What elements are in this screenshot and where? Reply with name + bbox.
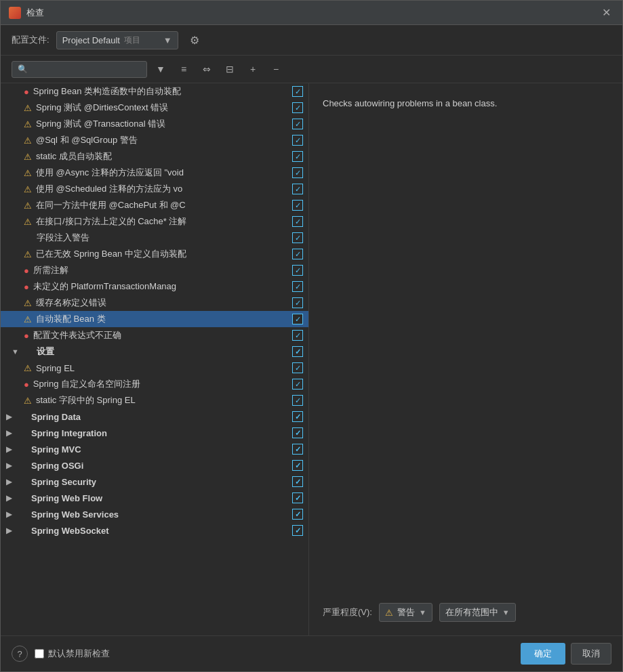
item-checkbox[interactable] <box>292 119 303 129</box>
chevron-right-icon: ▶ <box>6 461 14 470</box>
default-checkbox-area: 默认禁用新检查 <box>35 648 110 660</box>
bottom-buttons: 确定 取消 <box>521 643 611 665</box>
item-checkbox[interactable] <box>292 135 303 146</box>
chevron-right-icon: ▶ <box>6 429 14 438</box>
item-checkbox[interactable] <box>292 395 303 406</box>
search-box[interactable]: 🔍 <box>12 61 147 78</box>
item-checkbox[interactable] <box>292 232 303 243</box>
profile-select-text: Project Default <box>62 35 120 45</box>
profile-toolbar: 配置文件: Project Default 项目 ▼ ⚙ <box>1 25 622 56</box>
category-item[interactable]: ▶Spring WebSocket <box>1 522 308 539</box>
item-checkbox[interactable] <box>292 216 303 227</box>
item-checkbox[interactable] <box>292 525 303 536</box>
close-button[interactable]: ✕ <box>598 5 614 21</box>
list-item[interactable]: ⚠已在无效 Spring Bean 中定义自动装配 <box>1 246 308 262</box>
item-checkbox[interactable] <box>292 184 303 194</box>
list-item[interactable]: ●未定义的 PlatformTransactionManag <box>1 278 308 295</box>
chevron-down-icon: ▼ <box>12 348 20 356</box>
category-item[interactable]: ▶Spring Web Services <box>1 506 308 522</box>
list-item[interactable]: ⚠Spring 测试 @DirtiesContext 错误 <box>1 100 308 116</box>
list-item[interactable]: ●配置文件表达式不正确 <box>1 327 308 343</box>
title-bar: 检查 ✕ <box>1 1 622 25</box>
item-checkbox[interactable] <box>292 379 303 390</box>
category-item[interactable]: ▶Spring MVC <box>1 441 308 457</box>
list-item[interactable]: ⚠Spring 测试 @Transactional 错误 <box>1 116 308 132</box>
scope-dropdown[interactable]: 在所有范围中 ▼ <box>439 603 516 622</box>
profile-select[interactable]: Project Default 项目 ▼ <box>56 31 178 49</box>
warning-icon: ⚠ <box>24 119 32 129</box>
item-checkbox[interactable] <box>292 411 303 422</box>
cancel-button[interactable]: 取消 <box>571 643 611 665</box>
item-checkbox[interactable] <box>292 330 303 341</box>
item-checkbox[interactable] <box>292 346 303 357</box>
list-item[interactable]: ⚠在同一方法中使用 @CachePut 和 @C <box>1 197 308 213</box>
error-icon: ● <box>24 282 29 292</box>
warning-icon: ⚠ <box>24 135 32 146</box>
list-item[interactable]: ⚠在接口/接口方法上定义的 Cache* 注解 <box>1 213 308 230</box>
item-label: Spring MVC <box>31 444 288 455</box>
list-item[interactable]: ●Spring 自定义命名空间注册 <box>1 376 308 392</box>
item-label: 设置 <box>37 345 288 358</box>
item-checkbox[interactable] <box>292 476 303 487</box>
list-item[interactable]: ⚠使用 @Scheduled 注释的方法应为 vo <box>1 181 308 197</box>
severity-dropdown[interactable]: ⚠ 警告 ▼ <box>379 603 433 622</box>
item-checkbox[interactable] <box>292 460 303 471</box>
warning-icon: ⚠ <box>24 152 32 162</box>
default-disable-checkbox[interactable] <box>35 649 44 658</box>
item-label: 使用 @Scheduled 注释的方法应为 vo <box>36 183 288 195</box>
item-checkbox[interactable] <box>292 297 303 308</box>
list-item[interactable]: 字段注入警告 <box>1 230 308 246</box>
error-icon: ● <box>24 331 29 341</box>
item-checkbox[interactable] <box>292 492 303 503</box>
item-checkbox[interactable] <box>292 102 303 113</box>
category-item[interactable]: ▶Spring Data <box>1 408 308 425</box>
list-item[interactable]: ●Spring Bean 类构造函数中的自动装配 <box>1 83 308 100</box>
item-checkbox[interactable] <box>292 427 303 438</box>
filter-button[interactable]: ▼ <box>151 60 170 79</box>
warning-icon: ⚠ <box>24 217 32 227</box>
item-checkbox[interactable] <box>292 265 303 276</box>
item-checkbox[interactable] <box>292 167 303 178</box>
item-checkbox[interactable] <box>292 151 303 162</box>
list-item[interactable]: ⚠使用 @Async 注释的方法应返回 "void <box>1 165 308 181</box>
item-checkbox[interactable] <box>292 249 303 259</box>
item-label: 已在无效 Spring Bean 中定义自动装配 <box>36 248 288 260</box>
item-checkbox[interactable] <box>292 362 303 373</box>
item-checkbox[interactable] <box>292 509 303 520</box>
list-item[interactable]: ⚠Spring EL <box>1 360 308 376</box>
item-checkbox[interactable] <box>292 444 303 455</box>
category-item[interactable]: ▶Spring OSGi <box>1 457 308 474</box>
expand-all-button[interactable]: ≡ <box>174 60 193 79</box>
remove-button[interactable]: − <box>266 60 285 79</box>
chevron-right-icon: ▶ <box>6 526 14 535</box>
ok-button[interactable]: 确定 <box>521 643 565 665</box>
item-checkbox[interactable] <box>292 281 303 292</box>
list-item[interactable]: ⚠缓存名称定义错误 <box>1 295 308 311</box>
severity-row: 严重程度(V): ⚠ 警告 ▼ 在所有范围中 ▼ <box>323 603 609 622</box>
item-label: Spring Bean 类构造函数中的自动装配 <box>33 85 288 98</box>
list-item[interactable]: ⚠static 成员自动装配 <box>1 148 308 165</box>
item-checkbox[interactable] <box>292 86 303 97</box>
list-item[interactable]: ●所需注解 <box>1 262 308 278</box>
category-item[interactable]: ▶Spring Security <box>1 474 308 490</box>
item-label: static 字段中的 Spring EL <box>36 394 288 406</box>
item-label: Spring OSGi <box>31 461 288 471</box>
bottom-bar: ? 默认禁用新检查 确定 取消 <box>1 635 622 671</box>
collapse-all-button[interactable]: ⇔ <box>197 60 216 79</box>
item-checkbox[interactable] <box>292 314 303 324</box>
reset-button[interactable]: ⊟ <box>220 60 239 79</box>
list-item[interactable]: ⚠static 字段中的 Spring EL <box>1 392 308 408</box>
item-checkbox[interactable] <box>292 200 303 211</box>
item-label: Spring 测试 @Transactional 错误 <box>36 118 288 130</box>
category-item[interactable]: ▶Spring Integration <box>1 425 308 441</box>
warning-icon: ⚠ <box>24 103 32 113</box>
search-input[interactable] <box>31 64 141 75</box>
category-item[interactable]: ▼设置 <box>1 343 308 360</box>
help-button[interactable]: ? <box>12 646 28 662</box>
list-item[interactable]: ⚠自动装配 Bean 类 <box>1 311 308 327</box>
scope-value: 在所有范围中 <box>445 606 498 618</box>
gear-button[interactable]: ⚙ <box>185 30 204 49</box>
list-item[interactable]: ⚠@Sql 和 @SqlGroup 警告 <box>1 132 308 148</box>
add-button[interactable]: + <box>243 60 262 79</box>
category-item[interactable]: ▶Spring Web Flow <box>1 490 308 506</box>
